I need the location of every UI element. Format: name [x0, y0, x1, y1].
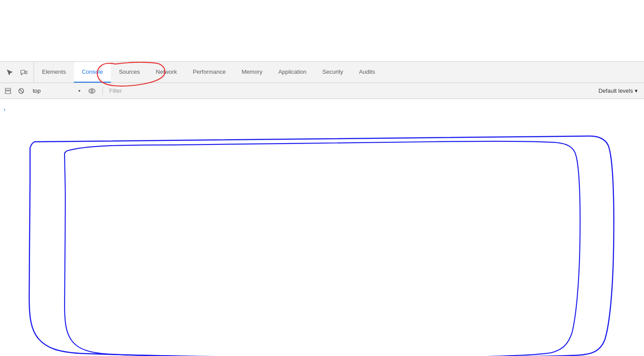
device-icon [20, 69, 27, 76]
toolbar-icons [0, 62, 34, 83]
tabs-list: Elements Console Sources Network Perform… [34, 62, 644, 83]
tab-network[interactable]: Network [148, 62, 185, 83]
tab-application[interactable]: Application [271, 62, 315, 83]
drawing-overlay [0, 99, 644, 356]
cursor-icon [6, 69, 13, 76]
tab-bar: Elements Console Sources Network Perform… [0, 62, 644, 83]
levels-label: Default levels [598, 87, 633, 94]
expand-console-btn[interactable] [2, 85, 14, 97]
block-icon [18, 88, 24, 94]
console-prompt-arrow: › [4, 106, 5, 113]
tab-performance[interactable]: Performance [185, 62, 233, 83]
filter-input[interactable] [106, 87, 593, 94]
svg-rect-4 [5, 88, 11, 90]
context-selector[interactable]: top ▾ [30, 87, 83, 95]
devtools-panel: Elements Console Sources Network Perform… [0, 62, 644, 356]
tab-console[interactable]: Console [74, 62, 111, 83]
live-expressions-btn[interactable] [86, 85, 98, 97]
console-content: › [0, 99, 644, 356]
levels-chevron-icon: ▾ [635, 87, 638, 94]
filter-divider [103, 87, 103, 95]
tab-sources[interactable]: Sources [111, 62, 148, 83]
tab-memory[interactable]: Memory [234, 62, 271, 83]
svg-rect-1 [25, 71, 27, 74]
tab-elements[interactable]: Elements [34, 62, 74, 83]
console-toolbar: top ▾ Default levels ▾ [0, 83, 644, 99]
tab-security[interactable]: Security [314, 62, 351, 83]
eye-icon [88, 88, 95, 94]
cursor-icon-btn[interactable] [4, 66, 16, 79]
clear-console-btn[interactable] [15, 85, 27, 97]
devtools-container: Elements Console Sources Network Perform… [0, 0, 644, 356]
tab-audits[interactable]: Audits [351, 62, 383, 83]
svg-rect-0 [21, 70, 25, 73]
svg-point-8 [89, 89, 95, 93]
svg-line-7 [19, 89, 23, 93]
context-value: top [33, 87, 76, 94]
browser-content [0, 0, 644, 62]
chevron-down-icon: ▾ [78, 88, 80, 93]
log-levels-btn[interactable]: Default levels ▾ [594, 87, 642, 94]
device-toolbar-btn[interactable] [18, 66, 30, 79]
svg-rect-5 [5, 91, 11, 94]
svg-point-9 [91, 90, 93, 92]
expand-icon [5, 88, 11, 94]
